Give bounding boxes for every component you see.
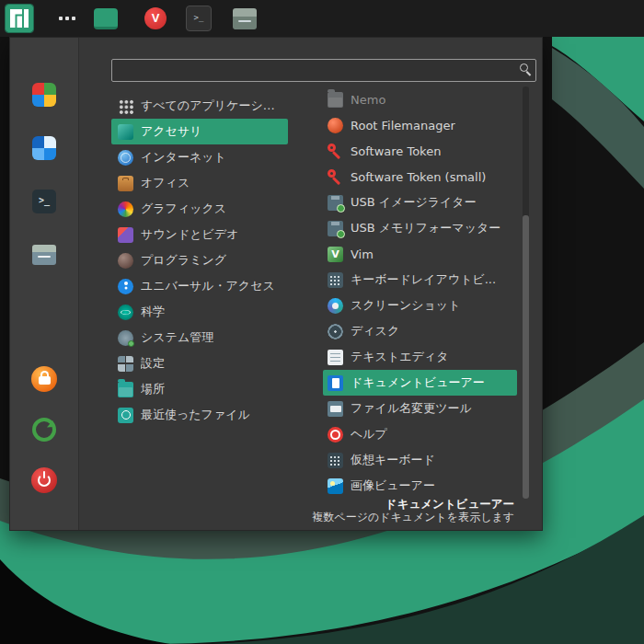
manjaro-logo-icon (10, 9, 29, 28)
app-software-token-small[interactable]: Software Token (small) (323, 164, 517, 190)
rename-tool-icon (328, 401, 343, 417)
app-label: スクリーンショット (351, 297, 460, 314)
app-image-viewer[interactable]: 画像ビューアー (323, 473, 517, 499)
office-briefcase-icon (118, 176, 133, 191)
usb-stick-icon (328, 195, 343, 211)
app-nemo[interactable]: Nemo (323, 86, 517, 112)
app-keyboard-layout-viewer[interactable]: キーボードレイアウトビ... (323, 267, 517, 293)
system-gear-icon (118, 330, 133, 346)
lock-icon (31, 366, 57, 392)
terminal-launcher[interactable] (186, 6, 212, 31)
category-label: アクセサリ (141, 123, 202, 140)
category-multimedia[interactable]: サウンドとビデオ (111, 222, 288, 247)
apps-scrollbar-thumb[interactable] (523, 215, 529, 499)
app-text-editor[interactable]: テキストエディタ (323, 344, 517, 370)
vivaldi-launcher[interactable] (144, 6, 167, 30)
app-label: Vim (351, 247, 374, 261)
desktop: すべてのアプリケーション アクセサリ インターネット オフィス グラフィックス … (0, 0, 644, 644)
app-label: キーボードレイアウトビ... (351, 271, 496, 288)
app-label: USB メモリフォーマッター (351, 220, 500, 236)
desktop-launcher[interactable] (92, 5, 120, 32)
app-grid-icon (32, 83, 56, 107)
graphics-palette-icon (118, 201, 133, 217)
selected-app-description: 複数ページのドキュメントを表示します (312, 511, 514, 524)
app-label: ヘルプ (351, 426, 387, 443)
lock-screen-button[interactable] (22, 359, 66, 399)
whisker-menu: すべてのアプリケーション アクセサリ インターネット オフィス グラフィックス … (9, 37, 543, 531)
vim-icon (328, 247, 343, 262)
sidebar-software-button[interactable] (22, 128, 66, 168)
app-label: ファイル名変更ツール (351, 400, 472, 417)
category-programming[interactable]: プログラミング (111, 247, 288, 273)
app-file-rename-tool[interactable]: ファイル名変更ツール (323, 396, 517, 421)
shut-down-button[interactable] (22, 460, 66, 500)
sidebar-file-manager-button[interactable] (22, 235, 66, 275)
folder-icon (328, 92, 343, 108)
terminal-icon (186, 6, 212, 31)
category-label: プログラミング (141, 252, 226, 269)
category-label: 最近使ったファイル (141, 407, 250, 423)
sidebar-terminal-button[interactable] (22, 181, 66, 222)
keyboard-icon (328, 453, 343, 468)
category-all-applications[interactable]: すべてのアプリケーション (111, 93, 288, 119)
log-out-button[interactable] (22, 409, 66, 450)
category-office[interactable]: オフィス (111, 170, 288, 196)
category-label: グラフィックス (141, 201, 226, 217)
app-virtual-keyboard[interactable]: 仮想キーボード (323, 447, 517, 473)
search-input[interactable] (111, 59, 536, 82)
category-universal-access[interactable]: ユニバーサル・アクセス (111, 273, 288, 299)
app-help[interactable]: ヘルプ (323, 421, 517, 447)
app-document-viewer[interactable]: ドキュメントビューアー (323, 370, 517, 396)
category-system[interactable]: システム管理 (111, 325, 288, 351)
category-label: サウンドとビデオ (141, 226, 238, 243)
blue-grid-icon (32, 136, 56, 160)
app-label: テキストエディタ (351, 349, 448, 365)
category-science[interactable]: 科学 (111, 299, 288, 325)
file-manager-launcher[interactable] (232, 6, 258, 31)
document-viewer-icon (328, 375, 343, 391)
selected-app-title: ドキュメントビューアー (312, 497, 514, 511)
app-root-filemanager[interactable]: Root Filemanager (323, 112, 517, 138)
category-settings[interactable]: 設定 (111, 351, 288, 376)
window-buttons-launcher[interactable] (55, 6, 79, 30)
key-icon (328, 144, 343, 159)
app-software-token[interactable]: Software Token (323, 138, 517, 164)
science-atom-icon (118, 305, 133, 320)
dots-icon (65, 17, 69, 20)
app-usb-image-writer[interactable]: USB イメージライター (323, 190, 517, 215)
text-editor-icon (328, 350, 343, 365)
category-label: 設定 (141, 355, 165, 372)
teal-window-icon (94, 8, 118, 29)
app-screenshot[interactable]: スクリーンショット (323, 293, 517, 318)
file-drawer-icon (32, 245, 56, 265)
recent-files-icon (118, 408, 133, 423)
category-label: 科学 (141, 304, 165, 320)
settings-grid-icon (118, 356, 133, 372)
category-graphics[interactable]: グラフィックス (111, 196, 288, 222)
sidebar-applications-button[interactable] (22, 75, 66, 115)
app-label: USB イメージライター (351, 194, 477, 211)
apps-scrollbar[interactable] (523, 86, 529, 499)
category-places[interactable]: 場所 (111, 376, 288, 402)
search-icon (520, 63, 528, 72)
category-recent[interactable]: 最近使ったファイル (111, 402, 288, 428)
file-cabinet-icon (233, 8, 257, 29)
top-panel (0, 0, 644, 37)
multimedia-icon (118, 227, 133, 243)
app-label: ドキュメントビューアー (351, 374, 485, 391)
app-label: 画像ビューアー (351, 477, 435, 494)
app-vim[interactable]: Vim (323, 241, 517, 267)
app-usb-formatter[interactable]: USB メモリフォーマッター (323, 215, 517, 241)
application-list: Nemo Root Filemanager Software Token Sof… (323, 86, 517, 499)
places-folder-icon (118, 382, 133, 397)
menu-button[interactable] (6, 5, 33, 32)
app-label: Nemo (351, 93, 385, 107)
category-accessories[interactable]: アクセサリ (111, 119, 288, 144)
category-label: すべてのアプリケーション (141, 98, 282, 114)
sidebar-session-group (22, 359, 66, 500)
category-internet[interactable]: インターネット (111, 144, 288, 170)
app-disks[interactable]: ディスク (323, 318, 517, 344)
disk-icon (328, 324, 343, 339)
internet-globe-icon (118, 150, 133, 166)
app-label: 仮想キーボード (351, 452, 435, 468)
